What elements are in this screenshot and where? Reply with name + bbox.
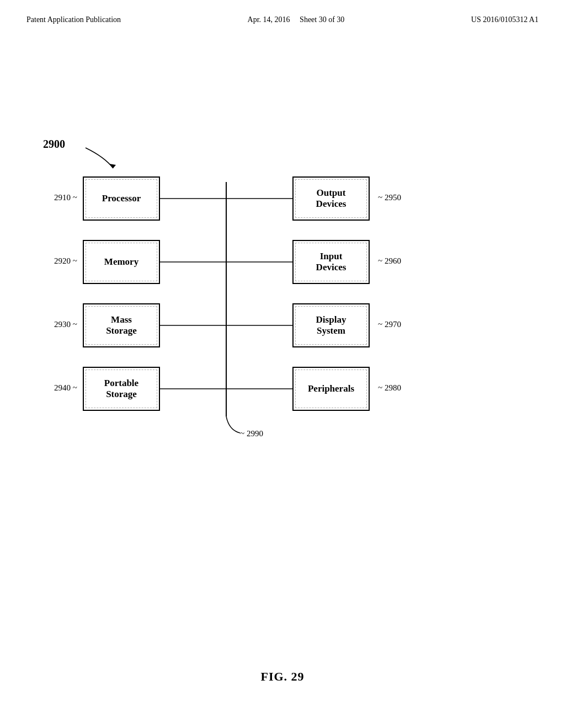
ref-2950: ~ 2950: [378, 193, 401, 202]
ref-2910: 2910 ~: [54, 193, 77, 202]
ref-2960: ~ 2960: [378, 256, 401, 266]
ref-2970: ~ 2970: [378, 320, 401, 329]
header-left: Patent Application Publication: [26, 15, 121, 24]
block-peripherals: Peripherals: [292, 367, 370, 411]
ref-2930: 2930 ~: [54, 320, 77, 329]
block-display-system: DisplaySystem: [292, 303, 370, 347]
diagram-ref-label: 2900: [43, 138, 65, 150]
ref-2990: ~ 2990: [240, 429, 263, 438]
page-header: Patent Application Publication Apr. 14, …: [0, 0, 565, 24]
block-portable-storage: PortableStorage: [83, 367, 160, 411]
diagram-ref-2900: 2900: [43, 138, 65, 151]
block-memory: Memory: [83, 240, 160, 284]
header-publication-label: Patent Application Publication: [26, 15, 121, 24]
block-display-system-label: DisplaySystem: [316, 314, 347, 336]
block-portable-storage-label: PortableStorage: [104, 378, 138, 400]
header-date: Apr. 14, 2016: [248, 15, 290, 24]
block-mass-storage: MassStorage: [83, 303, 160, 347]
figure-label-text: FIG. 29: [260, 670, 304, 683]
header-sheet: Sheet 30 of 30: [300, 15, 344, 24]
block-memory-label: Memory: [104, 256, 138, 267]
header-patent-number: US 2016/0105312 A1: [471, 15, 539, 24]
svg-marker-0: [109, 164, 116, 168]
figure-label: FIG. 29: [260, 670, 304, 684]
block-processor: Processor: [83, 176, 160, 221]
ref-2920: 2920 ~: [54, 256, 77, 266]
ref-2980: ~ 2980: [378, 383, 401, 393]
block-output-devices-label: OutputDevices: [316, 188, 347, 210]
block-output-devices: OutputDevices: [292, 176, 370, 221]
ref-2940: 2940 ~: [54, 383, 77, 393]
block-input-devices-label: InputDevices: [316, 251, 347, 273]
diagram-area: 2900 Processor: [33, 121, 530, 535]
block-processor-label: Processor: [102, 193, 141, 204]
header-center: Apr. 14, 2016 Sheet 30 of 30: [248, 15, 345, 24]
header-right: US 2016/0105312 A1: [471, 15, 539, 24]
block-mass-storage-label: MassStorage: [106, 314, 137, 336]
block-peripherals-label: Peripherals: [308, 383, 354, 394]
block-input-devices: InputDevices: [292, 240, 370, 284]
